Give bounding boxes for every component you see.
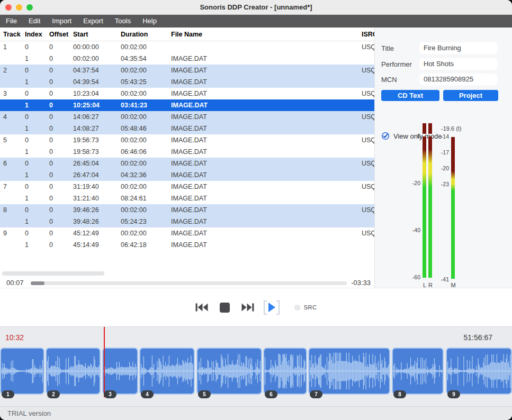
cell-track: 2 xyxy=(3,65,25,76)
table-row[interactable]: 1019:58:7306:46:06IMAGE.DAT xyxy=(0,146,374,158)
cell-start: 14:06:27 xyxy=(73,111,121,123)
cell-index: 0 xyxy=(25,158,49,169)
table-row[interactable]: 1026:47:0404:32:36IMAGE.DAT xyxy=(0,169,374,181)
table-row[interactable]: 30010:23:0400:02:00IMAGE.DATUSQ xyxy=(0,88,374,99)
lr-scale-tick: -20 xyxy=(401,180,420,186)
cell-offset: 0 xyxy=(49,227,73,239)
close-window-button[interactable] xyxy=(5,4,12,11)
cell-file-name: IMAGE.DAT xyxy=(171,216,362,227)
waveform-segment-1[interactable] xyxy=(0,348,44,395)
project-button[interactable]: Project xyxy=(443,90,498,101)
track-badge-5[interactable]: 5 xyxy=(198,390,211,398)
cell-file-name: IMAGE.DAT xyxy=(171,193,362,204)
menu-help[interactable]: Help xyxy=(137,15,163,28)
seek-thumb[interactable] xyxy=(31,281,44,285)
cell-track xyxy=(3,146,25,158)
stop-button[interactable] xyxy=(220,303,230,313)
cell-duration: 00:02:00 xyxy=(121,65,171,76)
table-row[interactable]: 80039:46:2600:02:00IMAGE.DATUSQ xyxy=(0,204,374,216)
cell-duration: 00:02:00 xyxy=(121,134,171,146)
cell-offset: 0 xyxy=(49,146,73,158)
cell-file-name: IMAGE.DAT xyxy=(171,123,362,134)
mcn-input[interactable]: 0813285908925 xyxy=(419,74,497,85)
menu-import[interactable]: Import xyxy=(46,15,77,28)
column-header-index[interactable]: Index xyxy=(25,28,49,41)
minimize-window-button[interactable] xyxy=(16,4,22,11)
waveform-segment-2[interactable] xyxy=(46,348,101,395)
cell-start: 31:19:40 xyxy=(73,181,121,193)
table-row[interactable]: 1004:39:5405:43:25IMAGE.DAT xyxy=(0,76,374,88)
m-scale-tick: -23 xyxy=(430,181,449,187)
cell-duration: 03:41:23 xyxy=(121,99,171,111)
waveform-segment-3[interactable] xyxy=(102,348,138,395)
table-row[interactable]: 1000:02:0004:35:54IMAGE.DAT xyxy=(0,53,374,65)
cell-isrc: USQ xyxy=(362,88,374,99)
waveform-segment-6[interactable] xyxy=(263,348,307,395)
table-row[interactable]: 40014:06:2700:02:00IMAGE.DATUSQ xyxy=(0,111,374,123)
src-toggle[interactable]: SRC xyxy=(294,304,317,311)
cell-start: 45:12:49 xyxy=(73,227,121,239)
column-header-offset[interactable]: Offset xyxy=(49,28,73,41)
remaining-time: -03:33 xyxy=(351,279,371,287)
next-track-button[interactable] xyxy=(241,303,254,312)
track-badge-8[interactable]: 8 xyxy=(393,390,406,398)
cell-isrc: USQ xyxy=(362,158,374,169)
column-header-track[interactable]: Track xyxy=(3,28,25,41)
waveform-segment-9[interactable] xyxy=(446,348,512,395)
menu-file[interactable]: File xyxy=(0,15,23,28)
horizontal-scrollbar[interactable] xyxy=(2,271,104,276)
column-header-file-name[interactable]: File Name xyxy=(171,28,362,41)
title-input[interactable]: Fire Burning xyxy=(419,42,497,54)
track-badge-6[interactable]: 6 xyxy=(265,390,277,398)
cell-isrc xyxy=(362,216,374,227)
waveform-canvas xyxy=(197,349,261,394)
play-button[interactable] xyxy=(264,300,280,315)
track-badge-3[interactable]: 3 xyxy=(104,390,116,398)
table-row[interactable]: 50019:56:7300:02:00IMAGE.DATUSQ xyxy=(0,134,374,146)
src-radio-icon xyxy=(294,305,300,311)
playhead-cursor[interactable] xyxy=(104,327,105,397)
cell-isrc xyxy=(362,123,374,134)
table-row[interactable]: 20004:37:5400:02:00IMAGE.DATUSQ xyxy=(0,65,374,76)
column-header-start[interactable]: Start xyxy=(73,28,121,41)
waveform-segment-7[interactable] xyxy=(308,348,390,395)
column-header-duration[interactable]: Duration xyxy=(121,28,171,41)
performer-input[interactable]: Hot Shots xyxy=(419,58,497,70)
table-row[interactable]: 60026:45:0400:02:00IMAGE.DATUSQ xyxy=(0,158,374,169)
column-header-isrc[interactable]: ISRC xyxy=(362,28,374,41)
cell-start: 26:45:04 xyxy=(73,158,121,169)
table-row[interactable]: 1010:25:0403:41:23IMAGE.DAT xyxy=(0,99,374,111)
table-row[interactable]: 1014:08:2705:48:46IMAGE.DAT xyxy=(0,123,374,134)
play-icon xyxy=(267,302,276,313)
previous-track-button[interactable] xyxy=(195,303,208,312)
performer-label: Performer xyxy=(381,60,419,68)
menu-edit[interactable]: Edit xyxy=(23,15,46,28)
track-badge-7[interactable]: 7 xyxy=(310,390,322,398)
cell-track: 6 xyxy=(3,158,25,169)
track-badge-1[interactable]: 1 xyxy=(2,390,14,398)
cell-index: 0 xyxy=(25,227,49,239)
waveform-segment-4[interactable] xyxy=(139,348,195,395)
waveform-segment-8[interactable] xyxy=(392,348,444,395)
cell-duration: 00:02:00 xyxy=(121,204,171,216)
track-badge-2[interactable]: 2 xyxy=(47,390,60,398)
seek-bar[interactable] xyxy=(31,281,347,285)
table-row[interactable]: 1039:48:2605:24:23IMAGE.DAT xyxy=(0,216,374,227)
table-row[interactable]: 70031:19:4000:02:00IMAGE.DATUSQ xyxy=(0,181,374,193)
cd-text-button[interactable]: CD Text xyxy=(381,90,439,101)
cell-track: 4 xyxy=(3,111,25,123)
cell-start: 19:56:73 xyxy=(73,134,121,146)
app-window: Sonoris DDP Creator - [unnamed*] FileEdi… xyxy=(0,0,512,420)
track-badge-9[interactable]: 9 xyxy=(447,390,460,398)
zoom-window-button[interactable] xyxy=(26,4,33,11)
track-table: TrackIndexOffsetStartDurationFile NameIS… xyxy=(0,28,374,288)
menu-export[interactable]: Export xyxy=(77,15,109,28)
m-scale-tick: -17 xyxy=(430,149,449,156)
track-badge-4[interactable]: 4 xyxy=(141,390,154,398)
table-row[interactable]: 1031:21:4008:24:61IMAGE.DAT xyxy=(0,193,374,204)
table-row[interactable]: 90045:12:4900:02:00IMAGE.DATUSQ xyxy=(0,227,374,239)
table-row[interactable]: 1045:14:4906:42:18IMAGE.DAT xyxy=(0,239,374,251)
table-row[interactable]: 10000:00:0000:02:00USQ xyxy=(0,41,374,53)
waveform-segment-5[interactable] xyxy=(196,348,262,395)
menu-tools[interactable]: Tools xyxy=(109,15,137,28)
